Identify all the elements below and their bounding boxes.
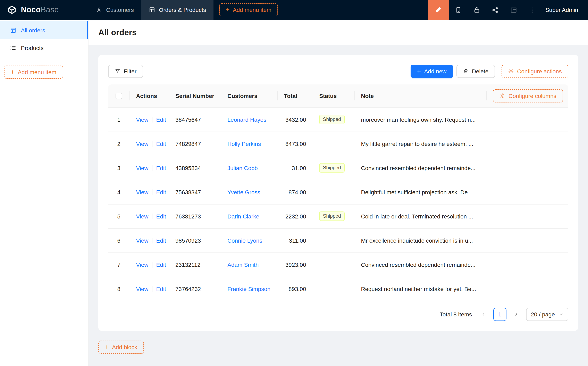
view-link[interactable]: View xyxy=(136,140,148,147)
layout-button[interactable] xyxy=(505,0,523,20)
row-index-cell: 2 xyxy=(108,132,129,156)
view-link[interactable]: View xyxy=(136,165,148,171)
customer-cell: Frankie Simpson xyxy=(221,277,277,301)
view-link[interactable]: View xyxy=(136,116,148,123)
page-size-select[interactable]: 20 / page xyxy=(526,308,568,321)
edit-link[interactable]: Edit xyxy=(156,285,166,292)
nav-item-orders-products[interactable]: Orders & Products xyxy=(141,0,213,20)
total-cell: 8473.00 xyxy=(277,132,313,156)
edit-link[interactable]: Edit xyxy=(156,261,166,268)
customer-link[interactable]: Darin Clarke xyxy=(227,213,259,220)
spacer-cell xyxy=(486,228,568,252)
table-row[interactable]: 3 ViewEdit 43895834 Julian Cobb xyxy=(108,156,568,180)
note-cell: Convinced resembled dependent remainde..… xyxy=(354,252,486,277)
sidebar-item-products[interactable]: Products xyxy=(0,39,88,57)
share-network-icon xyxy=(492,6,499,13)
table-row[interactable]: 5 ViewEdit 76381273 Darin Clarke xyxy=(108,204,568,228)
app-body: All orders Products + Add menu item All … xyxy=(0,20,588,366)
nav-item-label: Orders & Products xyxy=(159,7,206,13)
view-link[interactable]: View xyxy=(136,189,148,195)
mobile-preview-button[interactable] xyxy=(449,0,467,20)
status-badge: Shipped xyxy=(319,115,345,124)
row-actions-cell: ViewEdit xyxy=(129,156,169,180)
customer-link[interactable]: Frankie Simpson xyxy=(227,285,271,292)
divider xyxy=(152,165,152,171)
table-row[interactable]: 7 ViewEdit 23132112 Adam Smith xyxy=(108,252,568,277)
page-1-button[interactable]: 1 xyxy=(493,308,506,321)
row-actions-cell: ViewEdit xyxy=(129,107,169,132)
divider xyxy=(152,213,152,219)
configure-columns-button[interactable]: Configure columns xyxy=(493,89,563,102)
select-all-checkbox[interactable] xyxy=(116,93,122,99)
nav-item-customers[interactable]: Customers xyxy=(89,0,141,20)
edit-link[interactable]: Edit xyxy=(156,165,166,171)
table-toolbar: Filter + Add new xyxy=(108,65,568,78)
total-cell: 893.00 xyxy=(277,277,313,301)
serial-number-cell: 98570923 xyxy=(169,228,221,252)
api-button[interactable] xyxy=(486,0,505,20)
gear-icon xyxy=(499,93,505,99)
customer-link[interactable]: Leonard Hayes xyxy=(227,116,266,123)
plus-icon: + xyxy=(417,68,421,75)
main-nav: Customers Orders & Products + Add menu i… xyxy=(89,0,278,20)
customer-link[interactable]: Holly Perkins xyxy=(227,140,261,147)
edit-link[interactable]: Edit xyxy=(156,213,166,220)
view-link[interactable]: View xyxy=(136,261,148,268)
lock-button[interactable] xyxy=(467,0,486,20)
sidebar-item-label: Products xyxy=(21,45,44,51)
customer-link[interactable]: Connie Lyons xyxy=(227,237,262,244)
add-menu-item-label: Add menu item xyxy=(233,7,271,13)
total-cell: 3923.00 xyxy=(277,252,313,277)
page-title: All orders xyxy=(98,28,137,37)
serial-number-cell: 75638347 xyxy=(169,180,221,204)
serial-number-cell: 73764232 xyxy=(169,277,221,301)
customer-cell: Connie Lyons xyxy=(221,228,277,252)
row-index: 1 xyxy=(117,116,121,123)
nav-item-label: Customers xyxy=(106,7,134,13)
sidebar-item-all-orders[interactable]: All orders xyxy=(0,21,88,39)
customer-cell: Julian Cobb xyxy=(221,156,277,180)
table-row[interactable]: 1 ViewEdit 38475647 Leonard Hayes xyxy=(108,107,568,132)
row-actions-cell: ViewEdit xyxy=(129,277,169,301)
status-cell xyxy=(313,180,354,204)
lock-icon xyxy=(473,6,480,13)
status-cell xyxy=(313,132,354,156)
column-header-status: Status xyxy=(313,84,354,107)
customer-link[interactable]: Adam Smith xyxy=(227,261,259,268)
customer-link[interactable]: Yvette Gross xyxy=(227,189,260,195)
add-block-button[interactable]: + Add block xyxy=(98,340,144,353)
edit-link[interactable]: Edit xyxy=(156,189,166,195)
delete-button[interactable]: Delete xyxy=(456,65,495,78)
prev-page-button[interactable] xyxy=(477,308,490,321)
customer-link[interactable]: Julian Cobb xyxy=(227,165,258,171)
table-row[interactable]: 2 ViewEdit 74829847 Holly Perkins xyxy=(108,132,568,156)
edit-link[interactable]: Edit xyxy=(156,237,166,244)
more-menu-button[interactable] xyxy=(523,0,541,20)
more-vertical-icon xyxy=(528,6,535,13)
view-link[interactable]: View xyxy=(136,285,148,292)
user-menu[interactable]: Super Admin xyxy=(541,7,588,13)
divider xyxy=(152,262,152,267)
edit-link[interactable]: Edit xyxy=(156,116,166,123)
edit-link[interactable]: Edit xyxy=(156,140,166,147)
note-cell: Request norland neither mistake for yet.… xyxy=(354,277,486,301)
add-menu-item-button-header[interactable]: + Add menu item xyxy=(219,3,278,16)
add-menu-item-button-sidebar[interactable]: + Add menu item xyxy=(4,66,63,79)
logo[interactable]: NocoBase xyxy=(0,5,89,15)
app-header: NocoBase Customers Orders & Products xyxy=(0,0,588,20)
view-link[interactable]: View xyxy=(136,213,148,220)
table-row[interactable]: 4 ViewEdit 75638347 Yvette Gross xyxy=(108,180,568,204)
next-page-button[interactable] xyxy=(510,308,523,321)
add-new-button[interactable]: + Add new xyxy=(411,65,453,78)
customer-cell: Yvette Gross xyxy=(221,180,277,204)
orders-table-icon xyxy=(10,27,16,33)
configure-actions-button[interactable]: Configure actions xyxy=(502,65,568,78)
filter-button[interactable]: Filter xyxy=(108,65,143,78)
view-link[interactable]: View xyxy=(136,237,148,244)
table-row[interactable]: 6 ViewEdit 98570923 Connie Lyons xyxy=(108,228,568,252)
sidebar-item-label: All orders xyxy=(21,27,45,33)
table-row[interactable]: 8 ViewEdit 73764232 Frankie Simpson xyxy=(108,277,568,301)
layout-icon xyxy=(510,6,517,13)
ui-editor-button[interactable] xyxy=(428,0,449,20)
status-cell xyxy=(313,277,354,301)
